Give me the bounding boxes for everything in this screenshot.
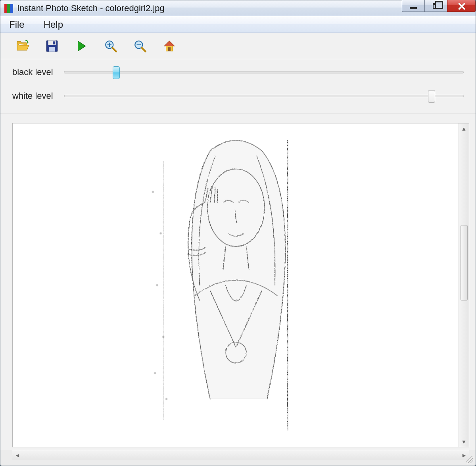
svg-point-18: [154, 372, 156, 374]
open-button[interactable]: [15, 38, 31, 54]
white-level-row: white level: [12, 91, 464, 101]
black-level-slider[interactable]: [64, 71, 464, 73]
svg-point-14: [152, 191, 154, 193]
svg-line-5: [112, 48, 116, 52]
svg-rect-11: [168, 47, 171, 51]
resize-grip[interactable]: [466, 456, 473, 463]
menu-file[interactable]: File: [5, 17, 29, 32]
zoom-in-button[interactable]: [103, 38, 119, 54]
horizontal-scrollbar[interactable]: ◄ ►: [12, 450, 469, 460]
titlebar[interactable]: Instant Photo Sketch - coloredgirl2.jpg: [0, 0, 476, 16]
white-level-slider[interactable]: [64, 95, 464, 97]
menu-help[interactable]: Help: [40, 17, 67, 32]
save-button[interactable]: [44, 38, 60, 54]
image-viewer: ▲ ▼: [12, 123, 469, 447]
vertical-scroll-thumb[interactable]: [461, 225, 468, 300]
folder-open-icon: [16, 39, 29, 53]
home-icon: [163, 39, 176, 53]
play-icon: [75, 39, 88, 53]
svg-point-17: [162, 336, 164, 338]
save-icon: [45, 39, 59, 53]
black-level-label: black level: [12, 67, 56, 77]
minimize-icon: [410, 7, 417, 9]
run-button[interactable]: [73, 38, 89, 54]
sketch-image: [120, 130, 351, 440]
minimize-button[interactable]: [402, 0, 425, 12]
white-level-thumb[interactable]: [428, 90, 435, 103]
close-button[interactable]: [447, 0, 476, 12]
svg-line-9: [142, 48, 146, 52]
scroll-left-icon[interactable]: ◄: [12, 450, 23, 460]
svg-point-16: [156, 284, 158, 286]
scroll-down-icon[interactable]: ▼: [459, 437, 469, 447]
sliders-panel: black level white level: [0, 59, 476, 114]
svg-rect-2: [49, 47, 55, 52]
zoom-out-icon: [133, 39, 147, 53]
window-controls: [402, 0, 476, 12]
zoom-out-button[interactable]: [132, 38, 148, 54]
svg-rect-3: [53, 41, 55, 44]
white-level-label: white level: [12, 91, 56, 101]
window-title: Instant Photo Sketch - coloredgirl2.jpg: [17, 3, 165, 13]
app-window: Instant Photo Sketch - coloredgirl2.jpg …: [0, 0, 476, 466]
vertical-scrollbar[interactable]: ▲ ▼: [459, 123, 469, 447]
svg-point-15: [159, 232, 161, 234]
app-icon: [4, 4, 13, 13]
svg-point-19: [165, 398, 167, 400]
zoom-in-icon: [104, 39, 117, 53]
close-icon: [457, 2, 465, 10]
maximize-button[interactable]: [424, 0, 447, 12]
menubar: File Help: [0, 16, 476, 33]
scroll-up-icon[interactable]: ▲: [459, 123, 469, 134]
black-level-row: black level: [12, 67, 464, 77]
viewer-container: ▲ ▼: [0, 114, 476, 450]
black-level-thumb[interactable]: [113, 66, 120, 79]
home-button[interactable]: [161, 38, 177, 54]
canvas[interactable]: [13, 123, 459, 447]
maximize-icon: [433, 3, 439, 9]
toolbar: [0, 33, 476, 59]
